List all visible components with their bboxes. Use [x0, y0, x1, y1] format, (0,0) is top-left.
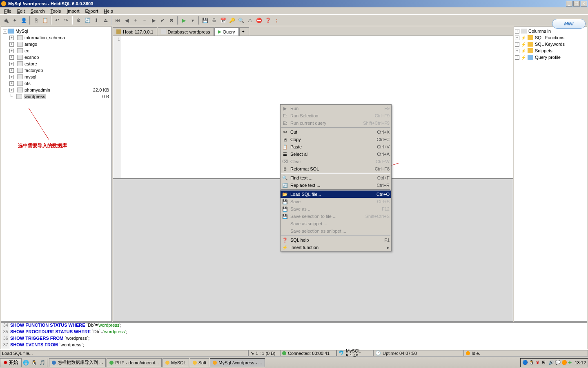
- menu-import[interactable]: Import: [64, 8, 82, 14]
- tree-item-armgo[interactable]: +armgo: [2, 41, 111, 47]
- tool-save-icon[interactable]: 💾: [201, 16, 209, 25]
- menu-search[interactable]: Search: [28, 8, 47, 14]
- expand-icon[interactable]: +: [9, 68, 14, 73]
- expand-icon[interactable]: +: [9, 81, 14, 86]
- tray-icon[interactable]: 🟠: [561, 360, 567, 366]
- ctx-paste[interactable]: 📋PasteCtrl+V: [281, 143, 391, 150]
- tool-add-icon[interactable]: ＋: [131, 16, 140, 25]
- maximize-button[interactable]: ❐: [573, 1, 580, 7]
- expand-icon[interactable]: +: [9, 36, 14, 40]
- tree-item-factorydb[interactable]: +factorydb: [2, 67, 111, 74]
- tool-redo-icon[interactable]: ↷: [62, 16, 70, 25]
- ctx-cut[interactable]: ✂CutCtrl+X: [281, 128, 391, 136]
- tray-clock[interactable]: 13:12: [575, 360, 586, 365]
- tree-item-estore[interactable]: +estore: [2, 61, 111, 67]
- expand-icon[interactable]: +: [9, 75, 14, 79]
- quick-media-icon[interactable]: 🎵: [38, 359, 46, 367]
- db-tree[interactable]: − MySql +information_schema+armgo+ec+ecs…: [1, 27, 111, 321]
- tool-print-icon[interactable]: 🖶: [210, 16, 218, 25]
- tool-next-icon[interactable]: ▶: [149, 16, 158, 25]
- tool-copy-icon[interactable]: ⎘: [32, 16, 40, 25]
- tab-query[interactable]: ▶Query: [214, 27, 239, 36]
- expand-icon[interactable]: +: [9, 42, 14, 47]
- tray-icon[interactable]: 💬: [555, 360, 561, 366]
- tool-find-icon[interactable]: 🔍: [237, 16, 245, 25]
- menu-export[interactable]: Export: [82, 8, 100, 14]
- taskbar-item[interactable]: MySql /wordpress - ...: [210, 358, 265, 367]
- tool-warning-icon[interactable]: ⚠: [246, 16, 254, 25]
- expand-icon[interactable]: +: [9, 55, 14, 60]
- expand-icon[interactable]: +: [515, 55, 519, 60]
- tool-calendar-icon[interactable]: 📅: [219, 16, 227, 25]
- tool-first-icon[interactable]: ⏮: [114, 16, 122, 25]
- tree-item-ec[interactable]: +ec: [2, 47, 111, 54]
- helper-item[interactable]: +⚡Query profile: [515, 54, 586, 61]
- tree-item-wordpress[interactable]: └wordpress0 B: [2, 93, 111, 100]
- expand-icon[interactable]: +: [9, 49, 14, 53]
- quick-qq-icon[interactable]: 🐧: [30, 359, 38, 367]
- tray-icon[interactable]: h!: [535, 360, 541, 366]
- tab-host[interactable]: Host: 127.0.0.1: [113, 27, 157, 36]
- tab-new[interactable]: ✦: [239, 27, 249, 36]
- tool-undo-icon[interactable]: ↶: [53, 16, 61, 25]
- tool-cancel-icon[interactable]: ✖: [167, 16, 176, 25]
- tool-new-icon[interactable]: ✦: [11, 16, 19, 25]
- tool-dropdown-icon[interactable]: ▾: [189, 16, 197, 25]
- ctx-copy[interactable]: ⎘CopyCtrl+C: [281, 136, 391, 143]
- tool-prev-icon[interactable]: ◀: [122, 16, 131, 25]
- tool-run-icon[interactable]: ▶: [180, 16, 188, 25]
- tool-commit-icon[interactable]: ✔: [158, 16, 167, 25]
- tray-icon[interactable]: ⛨: [542, 360, 548, 366]
- ctx-find-text-[interactable]: 🔍Find text ...Ctrl+F: [281, 174, 391, 182]
- close-button[interactable]: ✕: [581, 1, 587, 7]
- ctx-load-sql-file-[interactable]: 📂Load SQL file...Ctrl+O: [281, 191, 391, 198]
- tool-refresh-icon[interactable]: 🔄: [83, 16, 91, 25]
- tree-item-phpmyadmin[interactable]: +phpmyadmin22.0 KB: [2, 87, 111, 93]
- tree-item-ecshop[interactable]: +ecshop: [2, 54, 111, 61]
- helper-item[interactable]: +⚡Snippets: [515, 47, 586, 54]
- tool-help-icon[interactable]: ❓: [264, 16, 272, 25]
- tool-settings-icon[interactable]: ⚙: [74, 16, 82, 25]
- expand-icon[interactable]: +: [515, 36, 519, 40]
- expand-icon[interactable]: +: [515, 42, 519, 47]
- ctx-select-all[interactable]: ☰Select allCtrl+A: [281, 150, 391, 158]
- tool-stop-icon[interactable]: ⛔: [255, 16, 263, 25]
- system-tray[interactable]: 🔵 🐧 h! ⛨ 🔊 💬 🟠 ✚ 13:12: [520, 358, 588, 367]
- tool-export-icon[interactable]: ⬇: [92, 16, 100, 25]
- tool-key-icon[interactable]: 🔑: [228, 16, 236, 25]
- expand-icon[interactable]: +: [515, 29, 519, 34]
- tool-semicolon-icon[interactable]: ;: [273, 16, 281, 25]
- taskbar-item[interactable]: Soft: [190, 358, 209, 367]
- start-button[interactable]: ⊞开始: [0, 358, 22, 367]
- menu-file[interactable]: File: [2, 8, 14, 14]
- tool-connect-icon[interactable]: 🔌: [2, 16, 10, 25]
- expand-icon[interactable]: +: [9, 62, 14, 66]
- expand-icon[interactable]: +: [515, 49, 519, 53]
- minimize-button[interactable]: _: [566, 1, 572, 7]
- ctx-replace-text-[interactable]: 🔄Replace text ...Ctrl+R: [281, 182, 391, 189]
- taskbar-item[interactable]: MySQL: [163, 358, 189, 367]
- tree-item-ots[interactable]: +ots: [2, 80, 111, 87]
- tray-icon[interactable]: 🔊: [548, 360, 554, 366]
- ctx-sql-help[interactable]: ❓SQL helpF1: [281, 236, 391, 244]
- tree-item-mysql[interactable]: +mysql: [2, 74, 111, 80]
- quick-ie-icon[interactable]: 🌐: [22, 359, 30, 367]
- tool-exit-icon[interactable]: ⏏: [101, 16, 109, 25]
- menu-tools[interactable]: Tools: [48, 8, 64, 14]
- collapse-icon[interactable]: −: [3, 29, 7, 34]
- tray-icon[interactable]: ✚: [568, 360, 574, 366]
- taskbar-item[interactable]: 怎样把数据库导入到 ...: [49, 358, 106, 367]
- tray-icon[interactable]: 🐧: [529, 360, 535, 366]
- tool-paste-icon[interactable]: 📋: [41, 16, 49, 25]
- tree-item-information_schema[interactable]: +information_schema: [2, 34, 111, 41]
- ctx-insert-function[interactable]: ⚡Insert function▸: [281, 244, 391, 251]
- helper-item[interactable]: +⚡SQL Keywords: [515, 41, 586, 47]
- helper-item[interactable]: +⚡SQL Functions: [515, 34, 586, 41]
- taskbar-item[interactable]: PHP - demo/vincent...: [107, 358, 162, 367]
- tree-root[interactable]: − MySql: [2, 28, 111, 34]
- ctx-reformat-sql[interactable]: 🗎Reformat SQLCtrl+F8: [281, 165, 391, 173]
- sql-log[interactable]: 34353637 SHOW FUNCTION STATUS WHERE `Db`…: [1, 322, 587, 349]
- tool-remove-icon[interactable]: －: [140, 16, 149, 25]
- expand-icon[interactable]: +: [9, 88, 14, 92]
- helper-item[interactable]: +Columns in: [515, 28, 586, 34]
